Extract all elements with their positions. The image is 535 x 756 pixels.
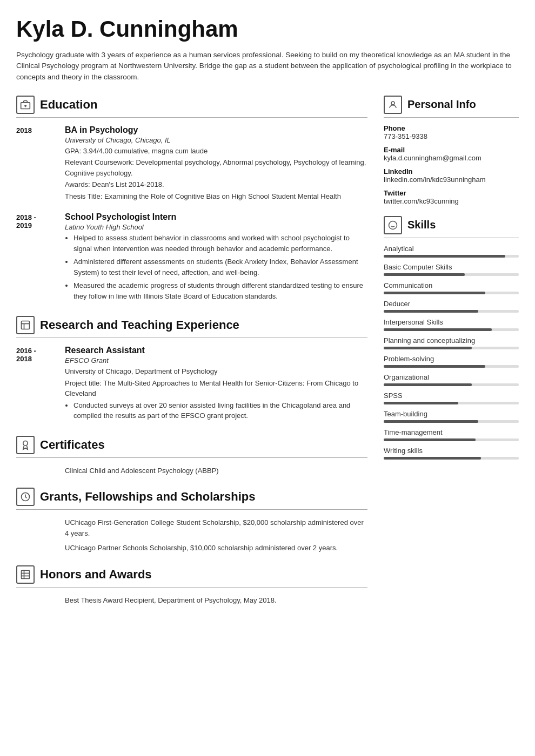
linkedin-label: LinkedIn bbox=[384, 167, 519, 176]
skill-timemanagement-name: Time-management bbox=[384, 428, 519, 436]
skill-writing-bar-bg bbox=[384, 457, 519, 460]
intern-bullet-2: Administered different assessments on st… bbox=[73, 256, 367, 278]
skill-communication: Communication bbox=[384, 281, 519, 294]
phone-value: 773-351-9338 bbox=[384, 132, 519, 140]
twitter-label: Twitter bbox=[384, 189, 519, 197]
skill-deducer: Deducer bbox=[384, 300, 519, 313]
svg-rect-6 bbox=[22, 570, 30, 578]
personal-info-header: Personal Info bbox=[384, 96, 519, 114]
education-icon bbox=[16, 96, 35, 114]
intern-bullet-3: Measured the academic progress of studen… bbox=[73, 280, 367, 301]
honors-section: Honors and Awards Best Thesis Award Reci… bbox=[16, 565, 367, 606]
skill-communication-bar-bg bbox=[384, 292, 519, 294]
certificates-title: Certificates bbox=[40, 438, 105, 452]
skill-spss-name: SPSS bbox=[384, 392, 519, 400]
linkedin-value: linkedin.com/in/kdc93unningham bbox=[384, 176, 519, 184]
research-role: Research Assistant bbox=[65, 346, 367, 355]
linkedin-block: LinkedIn linkedin.com/in/kdc93unningham bbox=[384, 167, 519, 184]
skill-teambuilding-bar-fill bbox=[384, 420, 478, 423]
grant-item-2: UChicago Partner Schools Scholarship, $1… bbox=[65, 543, 367, 554]
skill-teambuilding: Team-building bbox=[384, 410, 519, 423]
skill-interpersonal: Interpersonal Skills bbox=[384, 318, 519, 331]
skill-timemanagement-bar-fill bbox=[384, 438, 476, 441]
education-year-intern: 2018 -2019 bbox=[16, 212, 65, 304]
skill-computer: Basic Computer Skills bbox=[384, 263, 519, 276]
skill-organizational-bar-bg bbox=[384, 383, 519, 386]
skills-header: Skills bbox=[384, 216, 519, 234]
degree-ba: BA in Psychology bbox=[65, 125, 367, 135]
thesis: Thesis Title: Examining the Role of Cogn… bbox=[65, 191, 367, 202]
resume-name: Kyla D. Cunningham bbox=[16, 16, 519, 42]
research-year: 2016 -2018 bbox=[16, 346, 65, 424]
skill-organizational-name: Organizational bbox=[384, 373, 519, 381]
grants-title: Grants, Fellowships and Scholarships bbox=[40, 490, 256, 504]
grants-section: Grants, Fellowships and Scholarships UCh… bbox=[16, 488, 367, 554]
skill-analytical-bar-bg bbox=[384, 255, 519, 258]
research-grant: EFSCO Grant bbox=[65, 356, 367, 364]
skill-organizational: Organizational bbox=[384, 373, 519, 386]
email-label: E-mail bbox=[384, 146, 519, 154]
email-block: E-mail kyla.d.cunningham@gmail.com bbox=[384, 146, 519, 162]
skill-analytical-name: Analytical bbox=[384, 245, 519, 253]
phone-label: Phone bbox=[384, 124, 519, 132]
certificates-icon bbox=[16, 436, 35, 454]
skill-spss-bar-bg bbox=[384, 402, 519, 404]
twitter-value: twitter.com/kc93cunning bbox=[384, 197, 519, 205]
svg-point-4 bbox=[23, 441, 28, 445]
honors-header: Honors and Awards bbox=[16, 565, 367, 584]
skill-deducer-name: Deducer bbox=[384, 300, 519, 308]
research-title: Research and Teaching Experience bbox=[40, 318, 239, 332]
personal-info-icon bbox=[384, 96, 402, 114]
personal-info-title: Personal Info bbox=[407, 98, 476, 111]
degree-intern: School Psychologist Intern bbox=[65, 212, 367, 222]
coursework: Relevant Coursework: Developmental psych… bbox=[65, 157, 367, 178]
skill-spss-bar-fill bbox=[384, 402, 458, 404]
resume-summary: Psychology graduate with 3 years of expe… bbox=[16, 50, 519, 83]
education-entry-ba: 2018 BA in Psychology University of Chic… bbox=[16, 125, 367, 203]
skills-section: Skills Analytical Basic Computer Skills bbox=[384, 216, 519, 460]
skill-problem-solving-bar-fill bbox=[384, 365, 485, 368]
intern-bullets: Helped to assess student behavior in cla… bbox=[73, 233, 367, 301]
honors-title: Honors and Awards bbox=[40, 568, 152, 582]
research-bullets: Conducted surveys at over 20 senior assi… bbox=[73, 400, 367, 421]
skill-communication-name: Communication bbox=[384, 281, 519, 289]
research-section: Research and Teaching Experience 2016 -2… bbox=[16, 316, 367, 424]
skill-timemanagement: Time-management bbox=[384, 428, 519, 441]
skill-writing-bar-fill bbox=[384, 457, 481, 460]
cert-item-1: Clinical Child and Adolescent Psychology… bbox=[65, 465, 367, 476]
right-column: Personal Info Phone 773-351-9338 E-mail … bbox=[384, 96, 519, 618]
skill-communication-bar-fill bbox=[384, 292, 485, 294]
education-entry-intern: 2018 -2019 School Psychologist Intern La… bbox=[16, 212, 367, 304]
skill-problem-solving-bar-bg bbox=[384, 365, 519, 368]
skill-planning-bar-fill bbox=[384, 347, 472, 349]
skill-planning-name: Planning and conceptualizing bbox=[384, 336, 519, 345]
education-section: Education 2018 BA in Psychology Universi… bbox=[16, 96, 367, 305]
skill-analytical-bar-fill bbox=[384, 255, 505, 258]
institution-intern: Latino Youth High School bbox=[65, 223, 367, 231]
svg-rect-3 bbox=[22, 321, 30, 329]
skill-problem-solving: Problem-solving bbox=[384, 355, 519, 368]
skill-interpersonal-bar-bg bbox=[384, 328, 519, 331]
skill-planning: Planning and conceptualizing bbox=[384, 336, 519, 349]
education-header: Education bbox=[16, 96, 367, 114]
skill-deducer-bar-bg bbox=[384, 310, 519, 313]
grants-icon bbox=[16, 488, 35, 506]
certificates-header: Certificates bbox=[16, 436, 367, 454]
skill-computer-bar-bg bbox=[384, 273, 519, 276]
grant-item-1: UChicago First-Generation College Studen… bbox=[65, 517, 367, 538]
education-year-ba: 2018 bbox=[16, 125, 65, 203]
research-project: Project title: The Multi-Sited Approache… bbox=[65, 378, 367, 399]
left-column: Education 2018 BA in Psychology Universi… bbox=[16, 96, 367, 618]
education-title: Education bbox=[40, 98, 97, 112]
skill-analytical: Analytical bbox=[384, 245, 519, 258]
skill-teambuilding-name: Team-building bbox=[384, 410, 519, 418]
phone-block: Phone 773-351-9338 bbox=[384, 124, 519, 140]
email-value: kyla.d.cunningham@gmail.com bbox=[384, 154, 519, 162]
skill-timemanagement-bar-bg bbox=[384, 438, 519, 441]
skill-writing: Writing skills bbox=[384, 447, 519, 460]
research-content: Research Assistant EFSCO Grant Universit… bbox=[65, 346, 367, 424]
skill-computer-name: Basic Computer Skills bbox=[384, 263, 519, 271]
institution-ba: University of Chicago, Chicago, IL bbox=[65, 136, 367, 144]
education-content-ba: BA in Psychology University of Chicago, … bbox=[65, 125, 367, 203]
skill-planning-bar-bg bbox=[384, 347, 519, 349]
